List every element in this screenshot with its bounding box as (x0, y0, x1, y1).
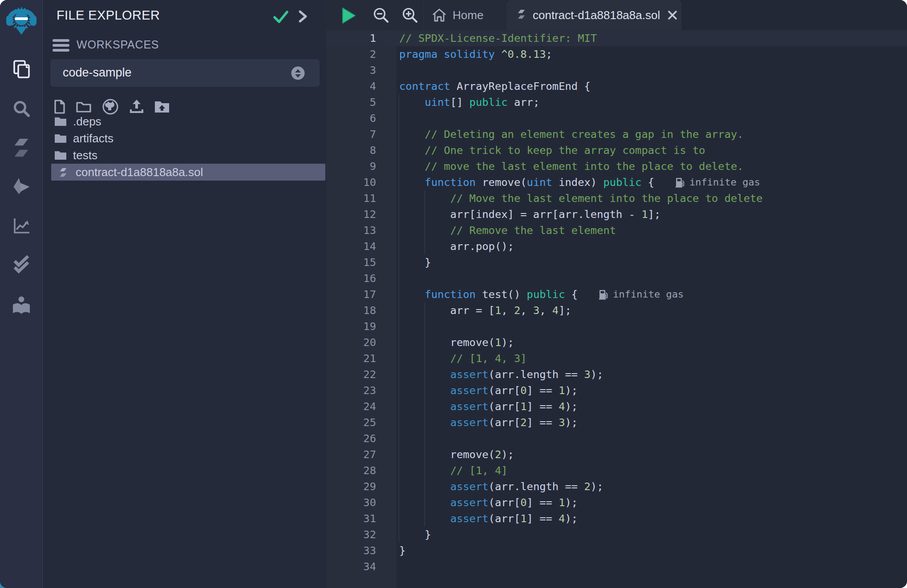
sidebar-item-learneth[interactable] (0, 295, 42, 317)
code-line[interactable]: 4contract ArrayReplaceFromEnd { (326, 78, 907, 94)
sidebar-item-unit-testing[interactable] (0, 254, 42, 275)
gas-pump-icon (676, 177, 685, 188)
line-number: 17 (326, 286, 376, 302)
line-number: 19 (326, 318, 376, 334)
sidebar-item-statistics[interactable] (0, 216, 42, 236)
check-icon (272, 10, 289, 27)
code-line[interactable]: 33} (326, 543, 907, 559)
workspaces-menu-icon[interactable] (53, 39, 69, 52)
code-line[interactable]: 31 assert(arr[1] == 4); (326, 511, 907, 527)
panel-title: FILE EXPLORER (57, 8, 160, 23)
folder-row-tests[interactable]: tests (43, 147, 326, 164)
new-folder-icon[interactable] (76, 99, 92, 114)
tab-home-label: Home (453, 8, 483, 22)
files-icon (11, 59, 32, 79)
folder-name: artifacts (73, 132, 113, 145)
solidity-file-icon (516, 8, 526, 22)
line-number: 29 (326, 479, 376, 495)
code-line[interactable]: 13 // Remove the last element (326, 222, 907, 238)
code-line[interactable]: 11 // Move the last element into the pla… (326, 190, 907, 206)
code-line[interactable]: 5 uint[] public arr; (326, 94, 907, 110)
line-number: 7 (326, 126, 376, 142)
code-line[interactable]: 17 function test() public { infinite gas (326, 286, 907, 302)
code-line[interactable]: 16 (326, 270, 907, 286)
code-line[interactable]: 1// SPDX-License-Identifier: MIT (326, 30, 907, 46)
chart-icon (12, 216, 31, 236)
line-number: 23 (326, 383, 376, 399)
line-number: 9 (326, 158, 376, 174)
upload-folder-icon[interactable] (154, 100, 170, 114)
line-number: 22 (326, 366, 376, 383)
code-lines: 1// SPDX-License-Identifier: MIT2pragma … (326, 30, 907, 575)
code-line[interactable]: 6 (326, 110, 907, 126)
book-reader-icon (11, 295, 32, 317)
editor-tab-bar: Home contract-d1a8818a8a.sol (326, 0, 907, 30)
folder-row-deps[interactable]: .deps (43, 113, 326, 130)
chevron-right-icon[interactable] (297, 9, 309, 26)
zoom-out-icon (372, 6, 391, 25)
code-line[interactable]: 10 function remove(uint index) public { … (326, 174, 907, 190)
code-line[interactable]: 29 assert(arr.length == 2); (326, 479, 907, 495)
line-number: 3 (326, 62, 376, 78)
line-number: 34 (326, 559, 376, 575)
line-number: 24 (326, 399, 376, 415)
upload-file-icon[interactable] (129, 99, 144, 115)
run-script-button[interactable] (341, 7, 356, 26)
editor-toolbar: Home (326, 0, 506, 30)
sidebar-item-solidity-compiler[interactable] (0, 137, 42, 158)
tab-contract-file[interactable]: contract-d1a8818a8a.sol (506, 0, 682, 30)
sidebar-item-deploy-run[interactable] (0, 177, 42, 196)
folder-icon (54, 116, 67, 127)
code-line[interactable]: 24 assert(arr[1] == 4); (326, 399, 907, 415)
code-line[interactable]: 27 remove(2); (326, 447, 907, 463)
line-number: 28 (326, 463, 376, 479)
code-editor[interactable]: 1// SPDX-License-Identifier: MIT2pragma … (326, 30, 907, 588)
gas-badge-label: infinite gas (613, 286, 684, 302)
code-line[interactable]: 9 // move the last element into the plac… (326, 158, 907, 174)
gas-badge-label: infinite gas (689, 174, 760, 190)
code-line[interactable]: 19 (326, 318, 907, 334)
tab-home[interactable]: Home (423, 0, 506, 30)
folder-name: .deps (73, 115, 101, 129)
remix-app-window: FILE EXPLORER WORKSPACES code-sample (0, 0, 907, 588)
code-line[interactable]: 23 assert(arr[0] == 1); (326, 383, 907, 399)
code-line[interactable]: 2pragma solidity ^0.8.13; (326, 46, 907, 62)
code-line[interactable]: 18 arr = [1, 2, 3, 4]; (326, 302, 907, 318)
code-line[interactable]: 21 // [1, 4, 3] (326, 350, 907, 366)
code-line[interactable]: 25 assert(arr[2] == 3); (326, 415, 907, 431)
new-file-icon[interactable] (53, 99, 66, 114)
code-line[interactable]: 32 } (326, 527, 907, 543)
sidebar-item-file-explorer[interactable] (0, 59, 42, 79)
code-line[interactable]: 3 (326, 62, 907, 78)
line-number: 30 (326, 495, 376, 511)
gas-pump-icon (599, 289, 608, 300)
code-line[interactable]: 7 // Deleting an element creates a gap i… (326, 126, 907, 142)
code-line[interactable]: 30 assert(arr[0] == 1); (326, 495, 907, 511)
line-number: 16 (326, 270, 376, 286)
file-row-contract[interactable]: contract-d1a8818a8a.sol (51, 164, 325, 181)
folder-row-artifacts[interactable]: artifacts (43, 130, 326, 147)
code-line[interactable]: 28 // [1, 4] (326, 463, 907, 479)
code-line[interactable]: 34 (326, 559, 907, 575)
line-number: 1 (326, 30, 376, 46)
sidebar-item-search[interactable] (0, 99, 42, 119)
zoom-out-button[interactable] (372, 6, 391, 27)
line-number: 14 (326, 238, 376, 254)
close-tab-icon[interactable] (667, 10, 678, 20)
ethereum-deploy-icon (12, 177, 31, 196)
remix-logo-icon[interactable] (0, 4, 42, 36)
gas-estimate-badge: infinite gas (599, 286, 684, 302)
workspaces-label: WORKSPACES (77, 38, 159, 51)
workspace-select[interactable]: code-sample (50, 59, 320, 87)
line-number: 11 (326, 190, 376, 206)
line-number: 33 (326, 543, 376, 559)
code-line[interactable]: 20 remove(1); (326, 334, 907, 350)
code-line[interactable]: 14 arr.pop(); (326, 238, 907, 254)
code-line[interactable]: 12 arr[index] = arr[arr.length - 1]; (326, 206, 907, 222)
zoom-in-button[interactable] (401, 6, 420, 27)
code-line[interactable]: 8 // One trick to keep the array compact… (326, 142, 907, 158)
code-line[interactable]: 22 assert(arr.length == 3); (326, 366, 907, 383)
code-line[interactable]: 26 (326, 431, 907, 447)
code-line[interactable]: 15 } (326, 254, 907, 270)
line-number: 20 (326, 334, 376, 350)
